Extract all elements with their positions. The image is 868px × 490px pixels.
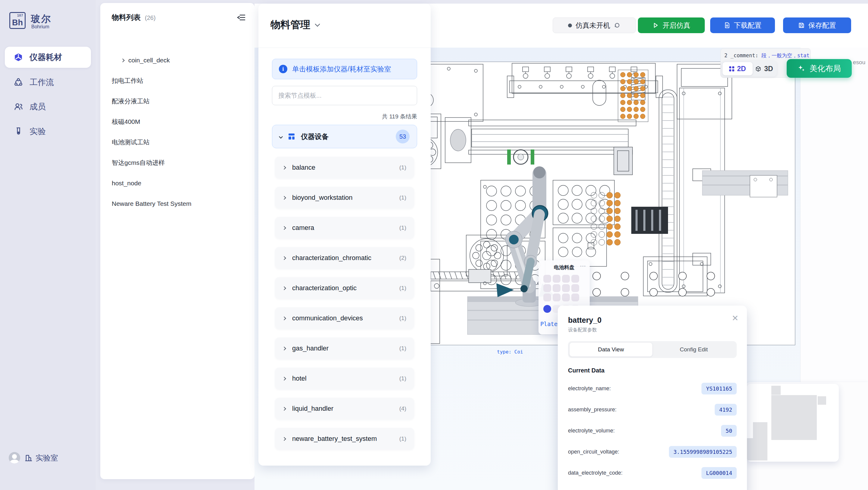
grid-2d-icon bbox=[729, 66, 734, 71]
tray-slot[interactable] bbox=[553, 284, 560, 292]
template-item-communication_devices[interactable]: communication_devices(1) bbox=[275, 307, 414, 329]
tray-slot[interactable] bbox=[562, 275, 570, 283]
template-item-liquid_handler[interactable]: liquid_handler(4) bbox=[275, 398, 414, 420]
material-item[interactable]: 核磁400M bbox=[112, 116, 244, 128]
logo-number: 107 bbox=[17, 14, 23, 17]
template-count: (1) bbox=[399, 435, 406, 442]
sidebar: 107 Bh 玻尔 Bohrium 仪器耗材 工作流 成员 实验 bbox=[0, 0, 96, 490]
download-config-button[interactable]: 下载配置 bbox=[710, 18, 775, 33]
tray-slot[interactable] bbox=[571, 284, 579, 292]
template-count: (1) bbox=[399, 194, 406, 201]
members-icon bbox=[14, 102, 23, 111]
sidebar-item-label: 工作流 bbox=[30, 77, 54, 88]
template-label: characterization_chromatic bbox=[292, 254, 393, 262]
chevron-right-icon bbox=[282, 286, 286, 290]
chevron-right-icon bbox=[282, 196, 286, 200]
template-browser-panel: 物料管理 i 单击模板添加仪器/耗材至实验室 共 119 条结果 仪器设备 53… bbox=[258, 4, 431, 466]
more-options-icon[interactable]: ••• bbox=[580, 264, 586, 268]
tray-slot[interactable] bbox=[553, 275, 560, 283]
clipped-panel-text: esou bbox=[853, 59, 865, 66]
config-row: electrolyte_name:YS101165 bbox=[568, 382, 737, 395]
sidebar-item-experiments[interactable]: 实验 bbox=[5, 123, 91, 140]
template-count: (1) bbox=[399, 375, 406, 382]
beautify-layout-button[interactable]: 美化布局 bbox=[787, 59, 852, 78]
refresh-icon[interactable] bbox=[614, 22, 620, 29]
material-item[interactable]: 配液分液工站 bbox=[112, 95, 244, 107]
template-label: hotel bbox=[292, 375, 393, 382]
comment-value: 段，一般为空，stat bbox=[762, 52, 810, 58]
template-item-neware_battery_test_system[interactable]: neware_battery_test_system(1) bbox=[275, 428, 414, 450]
template-item-gas_handler[interactable]: gas_handler(1) bbox=[275, 338, 414, 359]
tray-slot[interactable] bbox=[543, 275, 551, 283]
start-label: 开启仿真 bbox=[662, 21, 690, 30]
popup-section-title: Current Data bbox=[568, 367, 737, 374]
material-item[interactable]: host_node bbox=[112, 177, 244, 189]
start-simulation-button[interactable]: 开启仿真 bbox=[638, 18, 705, 33]
material-item[interactable]: 智达gcms自动进样 bbox=[112, 157, 244, 169]
tab-config-edit[interactable]: Config Edit bbox=[652, 343, 735, 356]
toggle-3d[interactable]: 3D bbox=[753, 62, 776, 75]
save-config-button[interactable]: 保存配置 bbox=[783, 18, 851, 33]
tab-data-view[interactable]: Data View bbox=[569, 343, 652, 356]
lab-switcher[interactable]: 实验室 bbox=[24, 453, 58, 463]
chevron-down-icon[interactable] bbox=[315, 21, 320, 27]
toggle-2d[interactable]: 2D bbox=[722, 62, 753, 75]
sidebar-item-workflow[interactable]: 工作流 bbox=[5, 74, 91, 90]
simulation-status[interactable]: 仿真未开机 bbox=[553, 18, 636, 33]
template-label: characterization_optic bbox=[292, 284, 393, 292]
template-item-characterization_chromatic[interactable]: characterization_chromatic(2) bbox=[275, 247, 414, 269]
template-item-bioyond_workstation[interactable]: bioyond_workstation(1) bbox=[275, 187, 414, 208]
minimap[interactable] bbox=[747, 384, 839, 462]
config-value: LG000014 bbox=[702, 467, 737, 479]
save-icon bbox=[798, 22, 805, 29]
materials-panel: 物料列表 (26) coin_cell_deck 扣电工作站 配液分液工站 核磁… bbox=[100, 3, 254, 479]
chevron-right-icon bbox=[282, 437, 286, 441]
material-item[interactable]: 电池测试工站 bbox=[112, 136, 244, 148]
material-item-coin-cell-deck[interactable]: coin_cell_deck bbox=[121, 54, 254, 66]
template-label: balance bbox=[292, 164, 393, 171]
sidebar-item-instruments[interactable]: 仪器耗材 bbox=[5, 47, 91, 68]
template-label: neware_battery_test_system bbox=[292, 435, 393, 443]
category-instruments[interactable]: 仪器设备 53 bbox=[272, 125, 417, 148]
download-doc-icon bbox=[724, 22, 731, 29]
collapse-panel-icon[interactable] bbox=[237, 14, 245, 21]
template-item-hotel[interactable]: hotel(1) bbox=[275, 368, 414, 390]
plate-label: Plate bbox=[540, 321, 557, 327]
brand-name-en: Bohrium bbox=[31, 24, 50, 30]
sidebar-item-members[interactable]: 成员 bbox=[5, 98, 91, 115]
material-item[interactable]: Neware Battery Test System bbox=[112, 198, 244, 210]
tray-slot-selected[interactable] bbox=[543, 305, 551, 313]
category-label: 仪器设备 bbox=[301, 132, 390, 141]
cube-3d-icon bbox=[755, 66, 762, 72]
tray-slot[interactable] bbox=[543, 293, 551, 301]
tray-slot[interactable] bbox=[571, 275, 579, 283]
template-count: (2) bbox=[399, 255, 406, 261]
template-item-characterization_optic[interactable]: characterization_optic(1) bbox=[275, 277, 414, 299]
comment-key: _comment: bbox=[731, 52, 758, 58]
toggle-2d-label: 2D bbox=[737, 65, 746, 73]
materials-count: (26) bbox=[145, 15, 156, 21]
tray-slot[interactable] bbox=[562, 284, 570, 292]
template-search-input[interactable] bbox=[272, 86, 417, 105]
chevron-right-icon bbox=[282, 377, 286, 381]
close-icon[interactable]: ✕ bbox=[732, 313, 739, 323]
config-key: data_electrolyte_code: bbox=[568, 470, 623, 476]
template-item-balance[interactable]: balance(1) bbox=[275, 157, 414, 178]
beautify-label: 美化布局 bbox=[810, 63, 841, 74]
page-title: 物料管理 bbox=[271, 18, 310, 32]
template-item-camera[interactable]: camera(1) bbox=[275, 217, 414, 239]
tray-slot[interactable] bbox=[571, 293, 579, 301]
config-key: electrolyte_volume: bbox=[568, 428, 615, 434]
tray-slot[interactable] bbox=[543, 284, 551, 292]
material-item[interactable]: 扣电工作站 bbox=[112, 75, 244, 87]
user-avatar[interactable] bbox=[9, 452, 20, 463]
material-label: host_node bbox=[112, 180, 141, 187]
tray-slot[interactable] bbox=[562, 293, 570, 301]
material-label: Neware Battery Test System bbox=[112, 200, 191, 207]
comment-prefix: 2 bbox=[724, 52, 727, 58]
view-mode-toggle: 2D 3D bbox=[721, 61, 777, 77]
minimap-block bbox=[771, 395, 817, 440]
tray-slot[interactable] bbox=[553, 293, 560, 301]
building-icon bbox=[24, 454, 33, 462]
template-label: liquid_handler bbox=[292, 405, 393, 412]
